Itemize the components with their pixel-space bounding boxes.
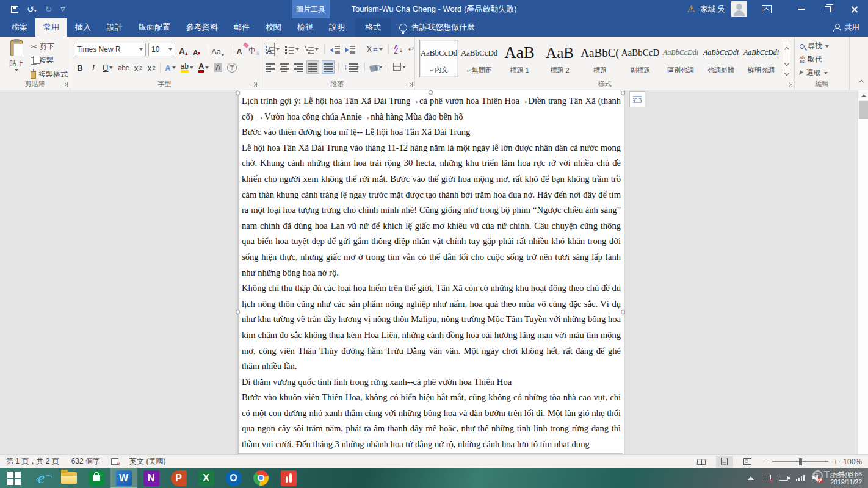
customize-qat-icon[interactable]: ▽ <box>60 6 65 12</box>
justify-icon[interactable] <box>306 60 319 74</box>
format-painter-button[interactable]: 複製格式 <box>31 70 68 80</box>
tab-insert[interactable]: 插入 <box>67 18 99 37</box>
zoom-out-button[interactable]: − <box>762 457 767 467</box>
grow-font-icon[interactable]: A▴ <box>178 43 189 56</box>
avatar[interactable] <box>731 1 747 17</box>
style-gallery-down-icon[interactable] <box>785 57 789 68</box>
taskbar-powerpoint[interactable]: P <box>165 468 192 488</box>
activation-warning-icon[interactable]: ⚠ <box>687 4 695 15</box>
sort-icon[interactable]: AZ↓ <box>393 43 404 56</box>
style-subtle-emphasis[interactable]: AaBbCcDdi區別強調 <box>661 40 700 77</box>
language-indicator[interactable]: 英文 (美國) <box>123 456 172 467</box>
user-name[interactable]: 家城 吳 <box>700 4 725 15</box>
start-button[interactable] <box>0 468 27 488</box>
style-title[interactable]: AaBbC(標題 <box>580 40 620 77</box>
battery-icon[interactable] <box>779 476 788 481</box>
tab-file[interactable]: 檔案 <box>4 18 35 37</box>
multilevel-list-icon[interactable] <box>303 43 320 56</box>
shading-icon[interactable] <box>369 60 384 74</box>
zoom-level[interactable]: 100% <box>843 458 862 466</box>
asian-layout-icon[interactable]: X⇄ <box>366 43 384 56</box>
enclose-characters-icon[interactable]: 字 <box>225 60 239 75</box>
tray-clock[interactable]: 下午 03:56 2019/11/22 <box>830 470 862 486</box>
bullets-icon[interactable] <box>264 43 281 56</box>
close-button[interactable] <box>841 0 868 18</box>
hidden-icons-chevron-icon[interactable] <box>748 476 754 480</box>
tell-me-box[interactable]: 告訴我您想做什麼 <box>399 18 475 37</box>
word-count[interactable]: 632 個字 <box>65 456 106 467</box>
save-icon[interactable] <box>11 6 18 13</box>
distribute-icon[interactable] <box>322 60 335 74</box>
taskbar-internet-explorer[interactable]: e <box>27 468 55 488</box>
decrease-indent-icon[interactable] <box>329 43 341 56</box>
document-page[interactable]: Lịch trình gợi ý: Lễ hội hoa Tân Xã Đài … <box>238 90 624 454</box>
textbox-handle-middle-right[interactable] <box>621 310 625 314</box>
replace-button[interactable]: abac取代 <box>800 54 829 65</box>
change-case-icon[interactable]: Aa <box>210 43 226 56</box>
highlight-color-icon[interactable]: ab <box>179 60 195 75</box>
zoom-slider[interactable] <box>772 461 828 462</box>
proofing-status-icon[interactable] <box>111 458 118 465</box>
style-heading1[interactable]: AaB標題 1 <box>500 40 539 77</box>
vertical-scrollbar[interactable] <box>858 90 868 454</box>
cut-button[interactable]: ✂剪下 <box>31 41 68 52</box>
paragraph[interactable]: Đi thăm vương quốc tinh linh trong rừng … <box>242 375 621 390</box>
textbox-handle-top-center[interactable] <box>429 90 433 95</box>
tab-design[interactable]: 設計 <box>99 18 131 37</box>
font-dialog-launcher-icon[interactable] <box>252 82 257 87</box>
borders-icon[interactable] <box>392 60 407 74</box>
tab-review[interactable]: 校閱 <box>258 18 289 37</box>
style-no-spacing[interactable]: AaBbCcDd↵無間距 <box>460 40 499 77</box>
tab-mailings[interactable]: 郵件 <box>226 18 258 37</box>
style-gallery-more-icon[interactable] <box>784 71 789 77</box>
network-error-icon[interactable] <box>762 475 771 481</box>
numbering-icon[interactable] <box>284 43 300 56</box>
scroll-up-icon[interactable] <box>858 90 868 100</box>
redo-icon[interactable]: ↻ <box>45 4 52 14</box>
taskbar-outlook[interactable]: O <box>220 468 247 488</box>
read-mode-button[interactable] <box>693 456 710 468</box>
paragraph[interactable]: Bước vào khuôn viên Thiên Hoa, không có … <box>242 390 621 452</box>
taskbar-onenote[interactable]: N <box>137 468 165 488</box>
subscript-button[interactable]: x2 <box>132 60 144 75</box>
collapse-ribbon-icon[interactable] <box>859 76 863 87</box>
line-spacing-icon[interactable]: ↕ <box>342 60 361 74</box>
strikethrough-button[interactable]: abc <box>116 60 131 75</box>
paragraph-dialog-launcher-icon[interactable] <box>408 82 413 87</box>
textbox-handle-top-left[interactable] <box>236 91 240 95</box>
clear-formatting-icon[interactable]: A <box>234 43 245 56</box>
tab-view[interactable]: 檢視 <box>289 18 321 37</box>
zoom-slider-thumb[interactable] <box>799 458 802 465</box>
font-color-icon[interactable]: A <box>197 60 211 75</box>
style-normal[interactable]: AaBbCcDd↵內文 <box>419 40 458 77</box>
tab-home[interactable]: 常用 <box>35 18 67 37</box>
document-text[interactable]: Lịch trình gợi ý: Lễ hội hoa Tân Xã Đài … <box>242 93 621 453</box>
shrink-font-icon[interactable]: A▾ <box>191 43 202 56</box>
tab-picture-format[interactable]: 格式 <box>355 18 391 37</box>
tab-help[interactable]: 說明 <box>321 18 353 37</box>
taskbar-file-explorer[interactable] <box>55 468 82 488</box>
textbox-handle-top-right[interactable] <box>621 91 625 95</box>
underline-button[interactable]: U <box>101 60 115 75</box>
style-gallery-up-icon[interactable] <box>785 40 789 54</box>
font-name-combo[interactable]: Times New R <box>74 43 146 56</box>
restore-button[interactable] <box>814 0 841 18</box>
paragraph[interactable]: Lễ hội hoa Tân Xã Đài Trung vào tháng 11… <box>242 140 621 281</box>
taskbar-chrome[interactable] <box>247 468 275 488</box>
italic-button[interactable]: I <box>87 60 99 75</box>
font-size-combo[interactable]: 10 <box>148 43 175 56</box>
style-subtitle[interactable]: AaBbCcD副標題 <box>621 40 660 77</box>
bold-button[interactable]: B <box>74 60 86 75</box>
paragraph[interactable]: Lịch trình gợi ý: Lễ hội hoa Tân Xã Đài … <box>242 93 621 124</box>
page-indicator[interactable]: 第 1 頁，共 2 頁 <box>0 456 65 467</box>
tab-layout[interactable]: 版面配置 <box>131 18 178 37</box>
ribbon-display-options-icon[interactable] <box>762 5 772 13</box>
style-intense-emphasis[interactable]: AaBbCcDdi鮮明強調 <box>742 40 781 77</box>
clipboard-dialog-launcher-icon[interactable] <box>63 82 68 87</box>
styles-dialog-launcher-icon[interactable] <box>787 82 792 87</box>
style-heading2[interactable]: AaB標題 2 <box>540 40 579 77</box>
web-layout-button[interactable] <box>739 456 756 468</box>
print-layout-button[interactable] <box>716 456 733 468</box>
undo-icon[interactable]: ↺▾ <box>27 4 37 14</box>
taskbar-excel[interactable]: X <box>192 468 220 488</box>
